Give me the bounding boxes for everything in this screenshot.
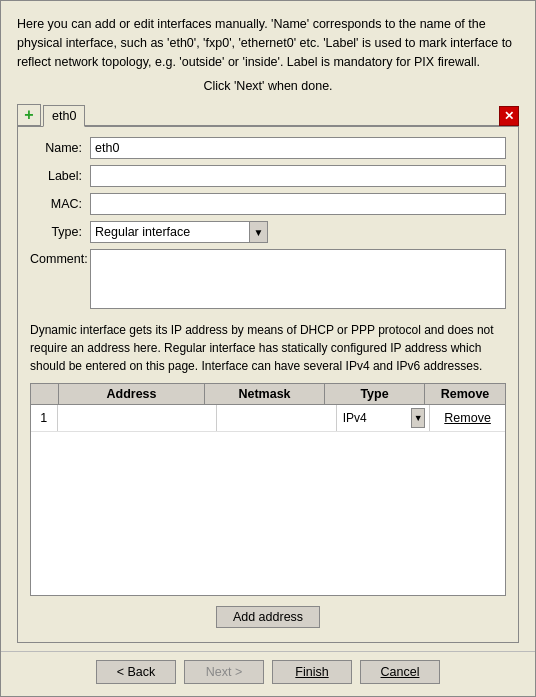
comment-textarea[interactable] (90, 249, 506, 309)
main-window: Here you can add or edit interfaces manu… (0, 0, 536, 697)
type-select-wrap-row: IPv4 IPv6 ▼ (341, 408, 426, 428)
netmask-input[interactable] (201, 408, 351, 428)
table-row: 1 IPv4 IPv6 (31, 405, 505, 432)
cancel-label: Cancel (381, 665, 420, 679)
address-table: Address Netmask Type Remove 1 (30, 383, 506, 596)
mac-row: MAC: (30, 193, 506, 215)
cancel-button[interactable]: Cancel (360, 660, 440, 684)
tab-eth0[interactable]: eth0 (43, 105, 85, 127)
add-address-button[interactable]: Add address (216, 606, 320, 628)
add-address-wrap: Add address (30, 602, 506, 632)
description-text: Here you can add or edit interfaces manu… (17, 15, 519, 71)
row-type[interactable]: IPv4 IPv6 ▼ (337, 405, 431, 431)
remove-button[interactable]: Remove (444, 411, 491, 425)
row-type-arrow-icon[interactable]: ▼ (411, 408, 425, 428)
th-netmask: Netmask (205, 384, 325, 404)
row-netmask[interactable] (217, 405, 337, 431)
content-area: Here you can add or edit interfaces manu… (1, 1, 535, 651)
next-button[interactable]: Next > (184, 660, 264, 684)
type-row: Type: Regular interface Dynamic interfac… (30, 221, 506, 243)
name-label: Name: (30, 141, 90, 155)
type-label: Type: (30, 225, 90, 239)
th-address: Address (59, 384, 205, 404)
tab-label: eth0 (52, 109, 76, 123)
type-select-wrap: Regular interface Dynamic interface Tunn… (90, 221, 506, 243)
form-panel: Name: Label: MAC: Type: Regular interfac… (17, 126, 519, 643)
type-select[interactable]: Regular interface Dynamic interface Tunn… (90, 221, 250, 243)
name-input[interactable] (90, 137, 506, 159)
th-type: Type (325, 384, 425, 404)
th-num (31, 384, 59, 404)
comment-label: Comment: (30, 249, 90, 266)
bottom-bar: < Back Next > Finish Cancel (1, 651, 535, 696)
name-row: Name: (30, 137, 506, 159)
add-tab-button[interactable]: + (17, 104, 41, 126)
tab-container: + eth0 ✕ (17, 103, 519, 126)
row-remove[interactable]: Remove (430, 405, 505, 431)
row-type-select[interactable]: IPv4 IPv6 (341, 408, 412, 428)
label-input[interactable] (90, 165, 506, 187)
finish-label: Finish (295, 665, 328, 679)
address-input[interactable] (62, 408, 212, 428)
label-label: Label: (30, 169, 90, 183)
table-header: Address Netmask Type Remove (31, 384, 505, 405)
mac-input[interactable] (90, 193, 506, 215)
click-next-text: Click 'Next' when done. (17, 79, 519, 93)
comment-row: Comment: (30, 249, 506, 309)
type-select-arrow-icon[interactable]: ▼ (250, 221, 268, 243)
dhcp-note: Dynamic interface gets its IP address by… (30, 321, 506, 375)
finish-button[interactable]: Finish (272, 660, 352, 684)
tab-close-button[interactable]: ✕ (499, 106, 519, 126)
th-remove: Remove (425, 384, 505, 404)
table-body: 1 IPv4 IPv6 (31, 405, 505, 595)
label-row: Label: (30, 165, 506, 187)
row-num: 1 (31, 405, 58, 431)
mac-label: MAC: (30, 197, 90, 211)
row-address[interactable] (58, 405, 217, 431)
back-button[interactable]: < Back (96, 660, 176, 684)
